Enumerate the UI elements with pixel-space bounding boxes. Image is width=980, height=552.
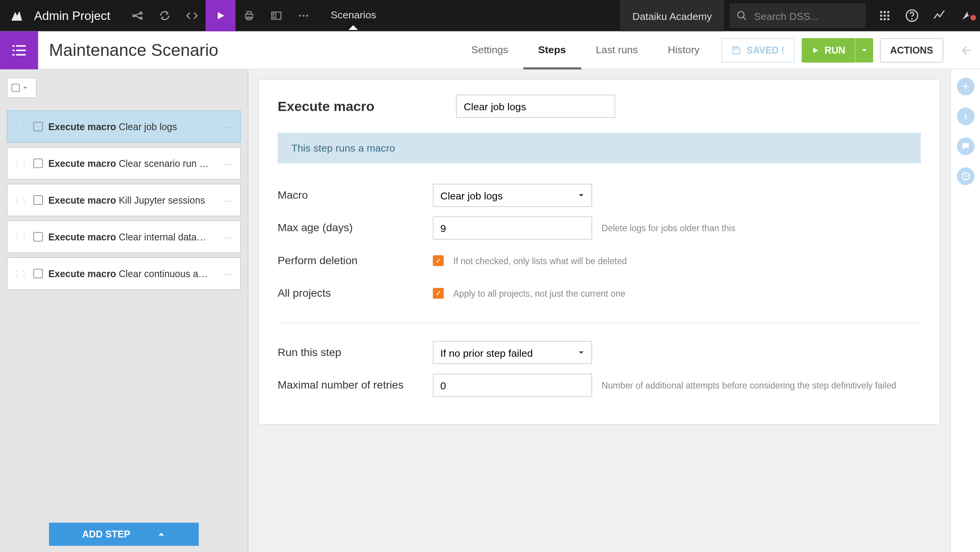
svg-rect-26 [16, 49, 26, 51]
step-label: Execute macro Clear scenario run … [48, 158, 215, 168]
svg-rect-14 [887, 11, 889, 13]
perform-deletion-label: Perform deletion [278, 255, 433, 267]
chevron-down-icon [23, 85, 28, 90]
chat-icon[interactable] [957, 137, 974, 155]
divider [278, 323, 921, 323]
step-checkbox[interactable] [33, 122, 43, 131]
svg-rect-25 [12, 49, 15, 51]
add-step-label: ADD STEP [82, 529, 130, 539]
select-all-checkbox[interactable] [7, 78, 37, 98]
flow-icon[interactable] [124, 0, 151, 31]
step-more-icon[interactable]: ⋯ [220, 232, 235, 242]
step-label: Execute macro Clear job logs [48, 121, 215, 132]
step-item[interactable]: ⋮⋮ Execute macro Clear internal data… ⋯ [7, 220, 241, 253]
step-config-panel: Execute macro This step runs a macro Mac… [258, 79, 941, 425]
saved-label: SAVED ! [746, 44, 784, 55]
collapse-arrow-icon[interactable] [953, 43, 980, 57]
maxage-label: Max age (days) [278, 222, 433, 234]
info-icon[interactable] [957, 108, 974, 125]
all-projects-checkbox[interactable]: ✓ [433, 288, 444, 299]
retries-input[interactable] [433, 374, 592, 397]
step-item[interactable]: ⋮⋮ Execute macro Clear scenario run … ⋯ [7, 147, 241, 180]
tab-settings[interactable]: Settings [456, 31, 523, 69]
step-item[interactable]: ⋮⋮ Execute macro Clear job logs ⋯ [7, 110, 241, 143]
more-horizontal-icon[interactable] [290, 0, 317, 31]
topbar: Admin Project Scenarios Dataiku Academy … [0, 0, 980, 31]
step-more-icon[interactable]: ⋯ [220, 158, 235, 168]
add-icon[interactable] [957, 78, 974, 95]
tab-steps[interactable]: Steps [523, 31, 581, 69]
svg-point-22 [911, 19, 912, 19]
perform-deletion-help: If not checked, only lists what will be … [453, 256, 627, 266]
search-input[interactable]: Search DSS... [730, 3, 866, 28]
chevron-down-icon [578, 192, 585, 199]
run-step-select[interactable]: If no prior step failed [433, 341, 592, 364]
drag-handle-icon[interactable]: ⋮⋮ [13, 272, 28, 275]
run-label: RUN [825, 44, 845, 55]
clock-icon[interactable] [957, 167, 974, 185]
svg-point-10 [306, 15, 308, 16]
step-more-icon[interactable]: ⋯ [220, 268, 235, 279]
svg-rect-20 [887, 18, 889, 20]
help-icon[interactable] [898, 9, 926, 23]
page-title: Maintenance Scenario [38, 40, 219, 60]
environment-label[interactable]: Dataiku Academy [620, 0, 724, 31]
steps-sidebar: ⋮⋮ Execute macro Clear job logs ⋯⋮⋮ Exec… [0, 69, 248, 552]
drag-handle-icon[interactable]: ⋮⋮ [13, 125, 28, 128]
maxage-input[interactable] [433, 216, 592, 239]
svg-point-8 [299, 15, 301, 16]
macro-select[interactable]: Clear job logs [433, 184, 592, 207]
run-step-label: Run this step [278, 346, 433, 359]
project-name[interactable]: Admin Project [34, 8, 124, 23]
drag-handle-icon[interactable]: ⋮⋮ [13, 162, 28, 165]
cycle-icon[interactable] [151, 0, 178, 31]
notifications-icon[interactable] [953, 10, 980, 22]
svg-rect-15 [880, 15, 882, 16]
svg-rect-7 [273, 14, 276, 18]
code-icon[interactable] [178, 0, 206, 31]
search-icon [737, 10, 747, 21]
info-banner: This step runs a macro [278, 133, 921, 163]
scenario-tabs: Settings Steps Last runs History [456, 31, 715, 69]
svg-point-0 [133, 15, 135, 16]
perform-deletion-checkbox[interactable]: ✓ [433, 255, 444, 266]
svg-rect-28 [16, 54, 26, 55]
app-icon[interactable] [263, 0, 290, 31]
scenario-list-button[interactable] [0, 31, 38, 69]
run-button[interactable]: RUN [802, 38, 855, 62]
step-item[interactable]: ⋮⋮ Execute macro Kill Jupyter sessions ⋯ [7, 184, 241, 216]
step-checkbox[interactable] [33, 158, 43, 168]
step-more-icon[interactable]: ⋯ [220, 195, 235, 205]
chevron-up-icon [157, 530, 165, 538]
dataiku-logo-icon[interactable] [0, 8, 34, 23]
svg-rect-4 [247, 11, 251, 14]
step-more-icon[interactable]: ⋯ [220, 121, 235, 132]
add-step-button[interactable]: ADD STEP [49, 523, 199, 545]
play-small-icon [811, 46, 819, 54]
print-icon[interactable] [235, 0, 263, 31]
panel-heading: Execute macro [278, 98, 374, 114]
activity-icon[interactable] [926, 9, 953, 23]
checkbox-icon [11, 84, 20, 92]
actions-button[interactable]: ACTIONS [880, 38, 943, 62]
step-item[interactable]: ⋮⋮ Execute macro Clear continuous a… ⋯ [7, 257, 241, 290]
saved-button[interactable]: SAVED ! [721, 38, 795, 62]
tab-history[interactable]: History [653, 31, 714, 69]
apps-grid-icon[interactable] [871, 10, 898, 22]
step-checkbox[interactable] [33, 195, 43, 205]
step-checkbox[interactable] [33, 269, 43, 278]
svg-point-30 [965, 114, 966, 115]
svg-rect-31 [965, 116, 966, 119]
play-icon[interactable] [206, 0, 235, 31]
tab-scenarios[interactable]: Scenarios [317, 0, 390, 31]
drag-handle-icon[interactable]: ⋮⋮ [13, 199, 28, 201]
step-name-input[interactable] [456, 95, 616, 118]
svg-point-2 [140, 17, 142, 19]
run-dropdown-button[interactable] [855, 38, 873, 62]
chevron-down-icon [861, 47, 868, 54]
tab-last-runs[interactable]: Last runs [581, 31, 653, 69]
step-checkbox[interactable] [33, 232, 43, 242]
chevron-down-icon [578, 349, 585, 356]
content-area: Execute macro This step runs a macro Mac… [248, 69, 950, 552]
drag-handle-icon[interactable]: ⋮⋮ [13, 235, 28, 238]
